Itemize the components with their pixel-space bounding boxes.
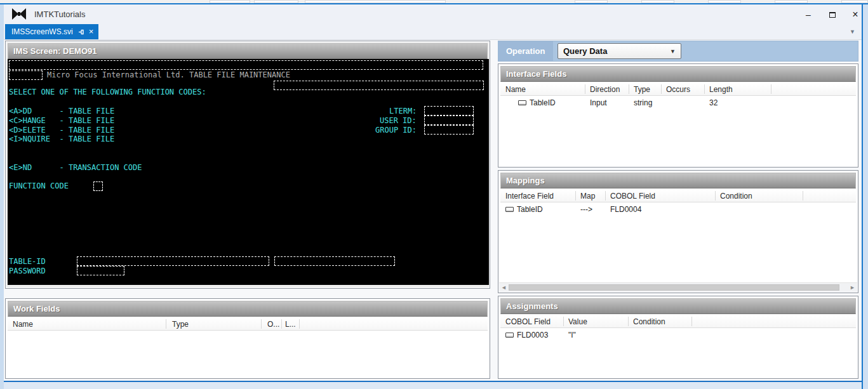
column-separator (166, 319, 166, 329)
ims-screen-caption: IMS Screen: DEMO91 (8, 43, 488, 59)
column-header-map[interactable]: Map (580, 192, 595, 201)
operation-bar: Operation Query Data ▼ (498, 41, 858, 62)
close-button[interactable]: × (846, 8, 865, 21)
assignments-panel: Assignments COBOL Field Value Condition … (498, 296, 858, 379)
ims-screen-panel: IMS Screen: DEMO91 Micro Focus Internati… (5, 41, 490, 289)
column-header-condition[interactable]: Condition (720, 192, 752, 201)
mapping-row[interactable]: TableID ---> FLD0004 (500, 204, 856, 215)
pin-icon[interactable] (77, 29, 84, 36)
window-frame-bottom (4, 382, 862, 389)
field-icon (518, 100, 526, 105)
column-separator (771, 84, 771, 94)
terminal-option-inquire: <I>NQUIRE - TABLE FILE (9, 135, 114, 144)
field-icon (505, 333, 514, 338)
terminal-field-lterm[interactable] (424, 106, 474, 115)
terminal-banner: Micro Focus International Ltd. TABLE FIL… (47, 70, 290, 80)
scroll-right-icon[interactable]: ► (848, 283, 857, 292)
column-header-occurs[interactable]: Occurs (666, 85, 690, 94)
titlebar: IMTKTutorials – × (4, 4, 862, 23)
tab-list-dropdown-icon[interactable]: ▼ (850, 29, 855, 35)
column-separator (704, 84, 705, 94)
column-separator (715, 191, 716, 201)
column-header-name[interactable]: Name (13, 320, 33, 329)
terminal-option-add: <A>DD - TABLE FILE (9, 107, 114, 116)
column-header-occurs[interactable]: O... (267, 320, 279, 329)
terminal-table-id-label: TABLE-ID (9, 257, 46, 267)
terminal-field-date[interactable] (9, 70, 43, 80)
column-header-condition[interactable]: Condition (633, 317, 665, 326)
maximize-button[interactable] (823, 8, 842, 21)
assignments-grid-header: COBOL Field Value Condition (500, 315, 856, 328)
column-header-type[interactable]: Type (172, 320, 189, 329)
ims-terminal-screen: Micro Focus International Ltd. TABLE FIL… (8, 59, 489, 285)
cell-length: 32 (709, 97, 718, 109)
cell-map: ---> (580, 204, 592, 215)
terminal-field-table-id[interactable] (77, 256, 269, 266)
terminal-function-code-label: FUNCTION CODE (9, 181, 69, 191)
operation-dropdown[interactable]: Query Data ▼ (558, 43, 681, 59)
window-title: IMTKTutorials (34, 10, 85, 19)
column-separator (261, 319, 262, 329)
terminal-option-end: <E>ND - TRANSACTION CODE (9, 163, 142, 173)
minimize-icon: – (806, 10, 811, 20)
cell-cobol-field: FLD0004 (610, 204, 641, 215)
mappings-panel: Mappings Interface Field Map COBOL Field… (498, 170, 858, 293)
column-header-cobol-field[interactable]: COBOL Field (505, 317, 551, 326)
terminal-field-user-id[interactable] (424, 115, 474, 125)
cell-interface-field: TableID (517, 204, 543, 215)
interface-field-row[interactable]: TableID Input string 32 (500, 97, 856, 109)
horizontal-scrollbar[interactable]: ◄ ► (499, 282, 857, 292)
terminal-field-group-id[interactable] (424, 125, 474, 135)
interface-fields-panel: Interface Fields Name Direction Type Occ… (498, 63, 858, 168)
window-frame-right (863, 4, 868, 389)
column-header-value[interactable]: Value (568, 317, 587, 326)
terminal-field-password[interactable] (77, 266, 124, 275)
column-separator (628, 317, 629, 326)
close-icon: × (852, 9, 858, 20)
tab-imsscreenws[interactable]: IMSScreenWS.svi × (5, 24, 98, 39)
column-header-length[interactable]: L... (285, 320, 296, 329)
terminal-user-id-label: USER ID: (380, 116, 417, 126)
field-icon (505, 207, 514, 212)
maximize-icon (829, 12, 836, 18)
terminal-field-function-code[interactable] (93, 181, 103, 191)
column-separator (605, 191, 606, 201)
terminal-group-id-label: GROUP ID: (375, 126, 417, 135)
terminal-field-header-line[interactable] (9, 60, 483, 70)
column-separator (575, 191, 576, 201)
terminal-option-change: <C>HANGE - TABLE FILE (9, 116, 114, 126)
visual-studio-logo-icon (11, 8, 27, 20)
terminal-select-prompt: SELECT ONE OF THE FOLLOWING FUNCTION COD… (9, 88, 206, 97)
tab-strip: IMSScreenWS.svi × ▼ (4, 23, 862, 39)
column-separator (281, 319, 282, 329)
tab-label: IMSScreenWS.svi (11, 24, 73, 39)
chevron-down-icon: ▼ (670, 44, 676, 59)
operation-selected-value: Query Data (563, 46, 607, 56)
assignment-row[interactable]: FLD0003 "I" (500, 329, 856, 341)
tab-close-icon[interactable]: × (89, 24, 94, 39)
terminal-field-table-id-2[interactable] (274, 256, 395, 266)
scrollbar-thumb[interactable] (509, 284, 839, 291)
work-fields-caption: Work Fields (8, 301, 488, 317)
column-header-direction[interactable]: Direction (590, 85, 620, 94)
mappings-caption: Mappings (500, 173, 856, 188)
terminal-lterm-label: LTERM: (389, 107, 417, 116)
operation-label: Operation (498, 41, 553, 61)
terminal-field-message[interactable] (274, 81, 484, 90)
scroll-left-icon[interactable]: ◄ (499, 283, 509, 292)
interface-fields-grid-header: Name Direction Type Occurs Length (500, 83, 856, 96)
column-header-length[interactable]: Length (709, 85, 733, 94)
column-header-cobol-field[interactable]: COBOL Field (610, 192, 655, 201)
column-separator (563, 317, 564, 326)
column-separator (691, 317, 692, 326)
cell-name: TableID (530, 97, 556, 109)
column-header-interface-field[interactable]: Interface Field (505, 192, 554, 201)
terminal-password-label: PASSWORD (9, 267, 46, 276)
column-separator (585, 84, 585, 94)
column-header-type[interactable]: Type (634, 85, 650, 94)
cell-type: string (634, 97, 652, 109)
cell-value: "I" (568, 329, 576, 341)
column-separator (661, 84, 662, 94)
column-header-name[interactable]: Name (505, 85, 526, 94)
minimize-button[interactable]: – (799, 8, 818, 21)
